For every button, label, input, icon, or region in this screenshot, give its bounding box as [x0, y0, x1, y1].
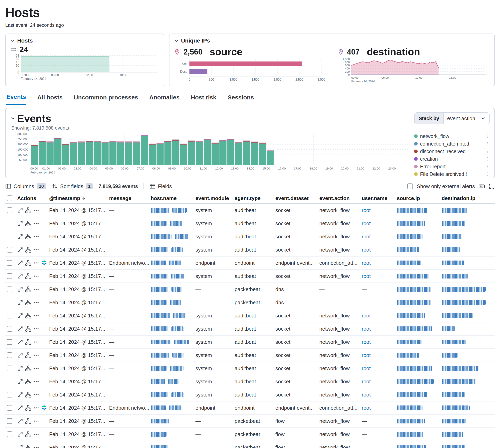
events-panel-collapse-button[interactable]: [10, 116, 15, 121]
timestamp-cell[interactable]: Feb 14, 2024 @ 15:17...: [49, 326, 109, 332]
agent-type-cell[interactable]: auditbeat: [235, 234, 275, 240]
redacted-value[interactable]: [397, 313, 425, 318]
row-more-actions-icon[interactable]: [33, 339, 39, 345]
redacted-value[interactable]: [151, 300, 167, 305]
legend-more-actions-icon[interactable]: [485, 172, 490, 176]
source-ip-cell[interactable]: [397, 326, 442, 331]
host-name-cell[interactable]: [151, 274, 195, 278]
redacted-value[interactable]: [442, 379, 476, 384]
event-module-cell[interactable]: system: [195, 326, 235, 332]
column-header-message[interactable]: message: [109, 195, 151, 201]
redacted-value[interactable]: [442, 313, 473, 318]
host-name-cell[interactable]: [151, 405, 195, 410]
host-name-cell[interactable]: [151, 300, 195, 305]
column-header-destination-ip[interactable]: destination.ip: [442, 195, 495, 201]
event-module-cell[interactable]: system: [195, 352, 235, 358]
event-action-cell[interactable]: connection_att...: [319, 260, 362, 266]
row-more-actions-icon[interactable]: [33, 365, 39, 371]
legend-item-creation[interactable]: creation: [414, 155, 490, 163]
event-action-cell[interactable]: network_flow: [319, 379, 362, 385]
event-action-cell[interactable]: network_flow: [319, 326, 362, 332]
expand-event-icon[interactable]: [17, 313, 23, 319]
user-name-link[interactable]: root: [362, 247, 371, 253]
row-checkbox[interactable]: [7, 247, 12, 253]
redacted-value[interactable]: [442, 260, 464, 265]
event-dataset-cell[interactable]: socket: [275, 379, 319, 385]
source-ip-cell[interactable]: [397, 300, 442, 305]
redacted-value[interactable]: [173, 313, 186, 318]
redacted-value[interactable]: [171, 274, 184, 278]
event-action-cell[interactable]: network_flow: [319, 313, 362, 319]
redacted-value[interactable]: [442, 221, 465, 226]
source-ip-cell[interactable]: [397, 419, 442, 423]
column-header-host-name[interactable]: host.name: [151, 195, 195, 201]
event-dataset-cell[interactable]: socket: [275, 326, 319, 332]
event-action-cell[interactable]: network_flow: [319, 234, 362, 240]
redacted-value[interactable]: [397, 260, 421, 265]
analyze-event-icon[interactable]: [25, 207, 31, 213]
row-more-actions-icon[interactable]: [33, 313, 39, 319]
user-name-link[interactable]: root: [362, 365, 371, 371]
event-dataset-cell[interactable]: socket: [275, 365, 319, 371]
row-checkbox[interactable]: [7, 366, 12, 371]
redacted-value[interactable]: [151, 260, 166, 265]
redacted-value[interactable]: [442, 392, 465, 397]
destination-ip-cell[interactable]: [442, 366, 495, 371]
event-action-cell[interactable]: network_flow: [319, 220, 362, 227]
event-dataset-cell[interactable]: socket: [275, 392, 319, 398]
expand-event-icon[interactable]: [17, 379, 23, 384]
redacted-value[interactable]: [151, 353, 169, 358]
destination-ip-cell[interactable]: [442, 287, 495, 292]
destination-ip-cell[interactable]: [442, 445, 495, 448]
expand-event-icon[interactable]: [17, 405, 23, 411]
event-module-cell[interactable]: system: [195, 207, 235, 213]
expand-event-icon[interactable]: [17, 444, 23, 448]
timestamp-cell[interactable]: Feb 14, 2024 @ 15:17...: [49, 392, 109, 398]
source-ip-cell[interactable]: [397, 260, 442, 265]
row-checkbox[interactable]: [7, 208, 12, 213]
event-action-cell[interactable]: —: [319, 286, 362, 292]
redacted-value[interactable]: [151, 208, 169, 213]
redacted-value[interactable]: [397, 208, 427, 213]
event-action-cell[interactable]: network_flow: [319, 352, 362, 358]
destination-ip-cell[interactable]: [442, 379, 495, 384]
event-module-cell[interactable]: system: [195, 365, 235, 371]
user-name-link[interactable]: root: [362, 207, 371, 213]
legend-more-actions-icon[interactable]: [485, 157, 490, 161]
redacted-value[interactable]: [170, 300, 181, 305]
redacted-value[interactable]: [174, 340, 189, 344]
agent-type-cell[interactable]: auditbeat: [235, 326, 275, 332]
column-header-event-action[interactable]: event.action: [319, 195, 362, 201]
row-more-actions-icon[interactable]: [33, 273, 39, 279]
event-dataset-cell[interactable]: dns: [275, 300, 319, 306]
event-module-cell[interactable]: system: [195, 247, 235, 253]
legend-more-actions-icon[interactable]: [485, 141, 490, 146]
row-checkbox[interactable]: [7, 432, 12, 437]
row-checkbox[interactable]: [7, 418, 12, 424]
show-external-alerts-checkbox[interactable]: [407, 183, 413, 189]
redacted-value[interactable]: [172, 326, 183, 331]
legend-more-actions-icon[interactable]: [485, 134, 490, 139]
row-more-actions-icon[interactable]: [33, 405, 39, 411]
redacted-value[interactable]: [442, 234, 462, 239]
analyze-event-icon[interactable]: [25, 273, 31, 279]
destination-ip-cell[interactable]: [442, 419, 495, 423]
redacted-value[interactable]: [397, 379, 434, 384]
columns-button[interactable]: Columns 10: [5, 183, 46, 190]
redacted-value[interactable]: [442, 247, 460, 252]
analyze-event-icon[interactable]: [25, 286, 31, 292]
column-header-user-name[interactable]: user.name: [362, 195, 397, 201]
row-more-actions-icon[interactable]: [33, 260, 39, 266]
row-checkbox[interactable]: [7, 234, 12, 239]
redacted-value[interactable]: [175, 234, 188, 239]
row-checkbox[interactable]: [7, 339, 12, 345]
redacted-value[interactable]: [151, 445, 168, 448]
event-action-cell[interactable]: network_flow: [319, 365, 362, 371]
redacted-value[interactable]: [151, 432, 167, 437]
redacted-value[interactable]: [170, 221, 182, 226]
destination-ip-cell[interactable]: [442, 392, 495, 397]
analyze-event-icon[interactable]: [25, 431, 31, 437]
event-dataset-cell[interactable]: socket: [275, 220, 319, 227]
timestamp-cell[interactable]: Feb 14, 2024 @ 15:17...: [49, 418, 109, 424]
analyze-event-icon[interactable]: [25, 418, 31, 424]
